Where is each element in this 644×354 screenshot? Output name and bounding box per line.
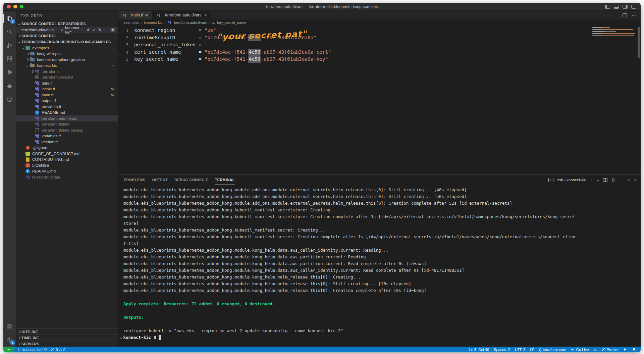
close-tab-icon[interactable]: × xyxy=(204,13,207,18)
tree-item-readme[interactable]: i README.md xyxy=(16,110,118,116)
status-branch[interactable]: konnect-kic* ↻ xyxy=(17,347,47,352)
tree-item-readme-root[interactable]: i README.md xyxy=(16,168,118,174)
settings-gear-icon[interactable]: 1 xyxy=(3,333,16,347)
terminal-title[interactable]: zsh - konnect-kic xyxy=(557,178,586,182)
tree-item-terraform-tfstate[interactable]: terraform.tfstate xyxy=(16,121,118,128)
tab-terraform-auto-tfvars[interactable]: terraform.auto.tfvars × xyxy=(152,11,211,19)
code-editor[interactable]: 1konnect_region="us" 2runtimeGroupID="bc… xyxy=(118,25,641,174)
toggle-secondary-sidebar-icon[interactable] xyxy=(623,5,628,9)
section-workspace[interactable]: TERRAFORM-EKS-BLUEPRINTS-KONG-SAMPLES xyxy=(16,39,118,45)
tree-item-konnect-kic[interactable]: konnect-kic ● xyxy=(16,63,118,69)
refresh-icon[interactable]: ↻ xyxy=(98,28,101,32)
tree-item-tfstate-backup[interactable]: terraform.tfstate.backup xyxy=(16,127,118,133)
notifications-bell-icon[interactable] xyxy=(632,348,636,352)
status-language-mode[interactable]: () terraform-vars xyxy=(539,348,566,352)
tree-item-code-of-conduct[interactable]: ✓ CODE_OF_CONDUCT.md xyxy=(16,151,118,157)
split-editor-icon[interactable] xyxy=(623,13,627,17)
github-activity-button[interactable] xyxy=(3,92,16,106)
editor-more-actions-icon[interactable]: ··· xyxy=(632,13,636,18)
breadcrumb-item[interactable]: key_secret_name xyxy=(217,20,246,24)
sync-icon[interactable]: ↺ xyxy=(87,28,90,32)
tree-item-output-tf[interactable]: output.tf xyxy=(16,98,118,104)
status-indentation[interactable]: Spaces: 2 xyxy=(494,348,510,352)
code-line[interactable]: 2runtimeGroupID="bc7dc4ac-f541-4e56-ab07… xyxy=(118,34,641,42)
explorer-activity-button[interactable]: 2 xyxy=(3,12,16,25)
status-problems[interactable]: × 0 △ 0 xyxy=(51,347,65,352)
terraform-activity-button[interactable] xyxy=(3,65,16,79)
tree-item-variables-tf[interactable]: variables.tf xyxy=(16,133,118,139)
tab-debug-console[interactable]: DEBUG CONSOLE xyxy=(174,175,208,185)
flag-icon[interactable] xyxy=(623,348,627,352)
accounts-icon[interactable] xyxy=(3,320,16,333)
tree-item-kong-with-pca[interactable]: kong-with-pca xyxy=(16,51,118,57)
explorer-badge: 2 xyxy=(10,19,15,24)
tree-item-data-tf[interactable]: data.tf xyxy=(16,80,118,86)
editor-scrollbar[interactable] xyxy=(638,27,640,58)
feedback-smiley-icon[interactable]: ☺ xyxy=(593,348,597,352)
tree-item-main-tf[interactable]: main.tf M xyxy=(16,92,118,98)
activity-bar: 2 xyxy=(3,11,16,347)
remote-indicator[interactable]: >< xyxy=(3,347,14,352)
tree-item-terraform-lock[interactable]: H .terraform.lock.hcl xyxy=(16,74,118,81)
tab-output[interactable]: OUTPUT xyxy=(152,175,168,185)
code-line[interactable]: 3personal_access_token=' xyxy=(118,41,641,49)
status-eol[interactable]: LF xyxy=(530,348,534,352)
panel-more-actions-icon[interactable]: ··· xyxy=(619,178,623,182)
toggle-sidebar-icon[interactable] xyxy=(605,5,610,9)
tree-item-tfstate-root[interactable]: terraform.tfstate xyxy=(16,174,118,180)
terminal-dropdown-icon[interactable] xyxy=(596,179,599,181)
toggle-panel-icon[interactable] xyxy=(614,5,619,9)
more-actions-icon[interactable]: ··· xyxy=(104,28,108,32)
section-servers[interactable]: SERVERS xyxy=(16,341,118,347)
new-terminal-icon[interactable]: + xyxy=(590,177,592,183)
tree-item-gitignore[interactable]: .gitignore xyxy=(16,145,118,151)
terminal-output[interactable]: module.eks_blueprints_kubernetes_addon_k… xyxy=(118,185,641,347)
search-activity-button[interactable] xyxy=(3,25,16,39)
commit-check-icon[interactable]: ✓ xyxy=(93,28,96,32)
terraform-file-icon xyxy=(123,13,127,17)
section-source-control[interactable]: SOURCE CONTROL xyxy=(16,33,118,39)
close-window-button[interactable] xyxy=(7,5,11,8)
status-go-live[interactable]: Go Live xyxy=(571,348,589,352)
tree-item-license[interactable]: ≡ LICENSE xyxy=(16,162,118,168)
breadcrumb-item[interactable]: terraform.auto.tfvars xyxy=(174,20,207,24)
tab-main-tf[interactable]: main.tf M xyxy=(118,11,152,19)
tree-item-dot-terraform[interactable]: .terraform xyxy=(16,68,118,74)
explorer-more-actions-icon[interactable]: ··· xyxy=(108,13,113,18)
symbol-icon xyxy=(212,21,215,24)
docker-activity-button[interactable] xyxy=(3,79,16,92)
terminal-prompt[interactable]: ○ konnect-kic $ xyxy=(123,334,637,341)
tab-terminal[interactable]: TERMINAL xyxy=(215,175,235,185)
kill-terminal-trash-icon[interactable] xyxy=(611,178,615,182)
tree-item-contributing[interactable]: CONTRIBUTING.md xyxy=(16,157,118,163)
settings-badge: 1 xyxy=(10,340,15,345)
zoom-window-button[interactable] xyxy=(20,5,23,8)
modified-badge: M xyxy=(145,13,148,17)
code-line[interactable]: 1konnect_region="us" xyxy=(118,27,641,34)
section-outline[interactable]: OUTLINE xyxy=(16,328,118,335)
code-line[interactable]: 4cert_secret_name="bc7dc4ac-f541-4e56-ab… xyxy=(118,49,641,56)
status-prettier[interactable]: Prettier xyxy=(602,348,619,352)
tree-item-examples[interactable]: examples ● xyxy=(16,45,118,51)
tab-problems[interactable]: PROBLEMS xyxy=(124,175,145,185)
extensions-activity-button[interactable] xyxy=(3,52,16,65)
tree-item-providers-tf[interactable]: providers.tf xyxy=(16,104,118,110)
breadcrumb-item[interactable]: examples xyxy=(123,20,139,24)
minimize-window-button[interactable] xyxy=(13,5,17,8)
breadcrumb-item[interactable]: konnect-kic xyxy=(144,20,163,24)
tree-item-terraform-auto-tfvars[interactable]: terraform.auto.tfvars xyxy=(16,115,118,121)
maximize-panel-icon[interactable] xyxy=(627,179,630,181)
run-debug-activity-button[interactable] xyxy=(3,39,16,52)
tree-item-konnect-dataplane-graviton[interactable]: konnect-dataplane-graviton xyxy=(16,57,118,63)
code-line[interactable]: 5key_secret_name="bc7dc4ac-f541-4e56-ab0… xyxy=(118,56,641,63)
tree-item-locals-tf[interactable]: locals.tf M xyxy=(16,86,118,92)
tree-item-version-tf[interactable]: version.tf xyxy=(16,139,118,145)
status-encoding[interactable]: UTF-8 xyxy=(515,348,525,352)
minimap[interactable] xyxy=(592,27,635,37)
status-line-col[interactable]: Ln 5, Col 40 xyxy=(469,348,489,352)
repository-row[interactable]: terraform-eks-bluepri... konnect-kic* ↺ … xyxy=(16,27,118,33)
close-panel-icon[interactable]: × xyxy=(634,178,637,183)
section-timeline[interactable]: TIMELINE xyxy=(16,335,118,341)
split-terminal-icon[interactable] xyxy=(603,178,607,182)
customize-layout-icon[interactable] xyxy=(631,5,636,9)
